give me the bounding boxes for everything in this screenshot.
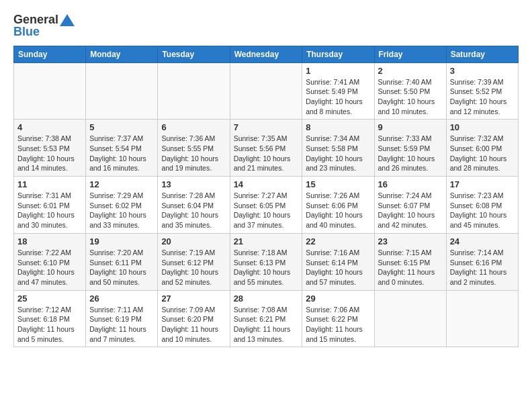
day-info: Sunrise: 7:20 AMSunset: 6:11 PMDaylight:… — [89, 248, 154, 287]
calendar-cell: 27Sunrise: 7:09 AMSunset: 6:20 PMDayligh… — [158, 290, 230, 347]
logo: General Blue — [13, 13, 75, 39]
calendar-cell — [86, 62, 158, 120]
weekday-header-monday: Monday — [86, 46, 158, 62]
calendar-week-2: 4Sunrise: 7:38 AMSunset: 5:53 PMDaylight… — [14, 120, 519, 177]
calendar-header: SundayMondayTuesdayWednesdayThursdayFrid… — [14, 46, 519, 62]
calendar-cell — [374, 290, 446, 347]
weekday-header-sunday: Sunday — [14, 46, 86, 62]
calendar-cell: 8Sunrise: 7:34 AMSunset: 5:58 PMDaylight… — [302, 120, 374, 177]
day-number: 8 — [306, 122, 370, 132]
weekday-header-tuesday: Tuesday — [158, 46, 230, 62]
day-info: Sunrise: 7:09 AMSunset: 6:20 PMDaylight:… — [161, 305, 226, 345]
day-number: 11 — [17, 179, 82, 189]
calendar-cell: 11Sunrise: 7:31 AMSunset: 6:01 PMDayligh… — [14, 177, 86, 234]
calendar-cell: 25Sunrise: 7:12 AMSunset: 6:18 PMDayligh… — [14, 290, 86, 347]
calendar-cell: 5Sunrise: 7:37 AMSunset: 5:54 PMDaylight… — [86, 120, 158, 177]
day-number: 25 — [17, 293, 82, 304]
calendar-cell: 22Sunrise: 7:16 AMSunset: 6:14 PMDayligh… — [302, 233, 374, 290]
weekday-header-wednesday: Wednesday — [230, 46, 302, 62]
day-info: Sunrise: 7:12 AMSunset: 6:18 PMDaylight:… — [17, 305, 82, 345]
day-info: Sunrise: 7:29 AMSunset: 6:02 PMDaylight:… — [89, 191, 154, 230]
calendar-cell: 12Sunrise: 7:29 AMSunset: 6:02 PMDayligh… — [86, 177, 158, 234]
day-info: Sunrise: 7:24 AMSunset: 6:07 PMDaylight:… — [378, 191, 443, 230]
day-info: Sunrise: 7:11 AMSunset: 6:19 PMDaylight:… — [89, 305, 154, 345]
day-number: 5 — [89, 122, 154, 132]
day-info: Sunrise: 7:27 AMSunset: 6:05 PMDaylight:… — [234, 191, 299, 230]
day-info: Sunrise: 7:40 AMSunset: 5:50 PMDaylight:… — [378, 77, 443, 117]
calendar-cell: 17Sunrise: 7:23 AMSunset: 6:08 PMDayligh… — [446, 177, 518, 234]
day-info: Sunrise: 7:14 AMSunset: 6:16 PMDaylight:… — [450, 248, 515, 287]
day-info: Sunrise: 7:28 AMSunset: 6:04 PMDaylight:… — [161, 191, 226, 230]
day-info: Sunrise: 7:22 AMSunset: 6:10 PMDaylight:… — [17, 248, 82, 287]
calendar-cell: 28Sunrise: 7:08 AMSunset: 6:21 PMDayligh… — [230, 290, 302, 347]
day-info: Sunrise: 7:38 AMSunset: 5:53 PMDaylight:… — [17, 134, 82, 173]
weekday-header-friday: Friday — [374, 46, 446, 62]
day-number: 6 — [161, 122, 226, 132]
day-number: 9 — [378, 122, 443, 132]
day-number: 23 — [378, 236, 443, 246]
day-info: Sunrise: 7:19 AMSunset: 6:12 PMDaylight:… — [161, 248, 226, 287]
day-number: 13 — [161, 179, 226, 189]
day-info: Sunrise: 7:16 AMSunset: 6:14 PMDaylight:… — [306, 248, 370, 287]
day-info: Sunrise: 7:35 AMSunset: 5:56 PMDaylight:… — [234, 134, 299, 173]
day-info: Sunrise: 7:31 AMSunset: 6:01 PMDaylight:… — [17, 191, 82, 230]
calendar-week-4: 18Sunrise: 7:22 AMSunset: 6:10 PMDayligh… — [14, 233, 519, 290]
calendar-week-5: 25Sunrise: 7:12 AMSunset: 6:18 PMDayligh… — [14, 290, 519, 347]
day-info: Sunrise: 7:33 AMSunset: 5:59 PMDaylight:… — [378, 134, 443, 173]
logo-blue: Blue — [13, 26, 40, 39]
day-info: Sunrise: 7:26 AMSunset: 6:06 PMDaylight:… — [306, 191, 370, 230]
day-info: Sunrise: 7:37 AMSunset: 5:54 PMDaylight:… — [89, 134, 154, 173]
day-number: 21 — [234, 236, 299, 246]
day-info: Sunrise: 7:06 AMSunset: 6:22 PMDaylight:… — [306, 305, 370, 345]
day-number: 18 — [17, 236, 82, 246]
calendar-cell: 29Sunrise: 7:06 AMSunset: 6:22 PMDayligh… — [302, 290, 374, 347]
calendar-cell: 3Sunrise: 7:39 AMSunset: 5:52 PMDaylight… — [446, 62, 518, 120]
day-info: Sunrise: 7:41 AMSunset: 5:49 PMDaylight:… — [306, 77, 370, 117]
calendar-cell — [230, 62, 302, 120]
calendar-cell: 24Sunrise: 7:14 AMSunset: 6:16 PMDayligh… — [446, 233, 518, 290]
calendar-cell: 10Sunrise: 7:32 AMSunset: 6:00 PMDayligh… — [446, 120, 518, 177]
calendar-cell: 21Sunrise: 7:18 AMSunset: 6:13 PMDayligh… — [230, 233, 302, 290]
day-number: 1 — [306, 66, 370, 76]
calendar-week-3: 11Sunrise: 7:31 AMSunset: 6:01 PMDayligh… — [14, 177, 519, 234]
day-number: 27 — [161, 293, 226, 304]
day-info: Sunrise: 7:08 AMSunset: 6:21 PMDaylight:… — [234, 305, 299, 345]
calendar-cell: 1Sunrise: 7:41 AMSunset: 5:49 PMDaylight… — [302, 62, 374, 120]
day-number: 16 — [378, 179, 443, 189]
calendar-table: SundayMondayTuesdayWednesdayThursdayFrid… — [13, 46, 519, 348]
day-info: Sunrise: 7:39 AMSunset: 5:52 PMDaylight:… — [450, 77, 515, 117]
calendar-cell: 13Sunrise: 7:28 AMSunset: 6:04 PMDayligh… — [158, 177, 230, 234]
day-number: 15 — [306, 179, 370, 189]
calendar-cell: 23Sunrise: 7:15 AMSunset: 6:15 PMDayligh… — [374, 233, 446, 290]
day-number: 10 — [450, 122, 515, 132]
page-header: General Blue — [13, 11, 519, 39]
day-number: 2 — [378, 66, 443, 76]
calendar-cell: 7Sunrise: 7:35 AMSunset: 5:56 PMDaylight… — [230, 120, 302, 177]
calendar-cell: 15Sunrise: 7:26 AMSunset: 6:06 PMDayligh… — [302, 177, 374, 234]
day-number: 20 — [161, 236, 226, 246]
weekday-header-row: SundayMondayTuesdayWednesdayThursdayFrid… — [14, 46, 519, 62]
day-number: 24 — [450, 236, 515, 246]
day-number: 22 — [306, 236, 370, 246]
calendar-cell — [446, 290, 518, 347]
day-number: 3 — [450, 66, 515, 76]
day-number: 28 — [234, 293, 299, 304]
calendar-cell: 16Sunrise: 7:24 AMSunset: 6:07 PMDayligh… — [374, 177, 446, 234]
day-number: 17 — [450, 179, 515, 189]
day-info: Sunrise: 7:32 AMSunset: 6:00 PMDaylight:… — [450, 134, 515, 173]
day-number: 7 — [234, 122, 299, 132]
logo-triangle-icon — [60, 14, 75, 26]
calendar-cell: 20Sunrise: 7:19 AMSunset: 6:12 PMDayligh… — [158, 233, 230, 290]
day-info: Sunrise: 7:36 AMSunset: 5:55 PMDaylight:… — [161, 134, 226, 173]
day-number: 26 — [89, 293, 154, 304]
calendar-cell: 18Sunrise: 7:22 AMSunset: 6:10 PMDayligh… — [14, 233, 86, 290]
calendar-cell: 14Sunrise: 7:27 AMSunset: 6:05 PMDayligh… — [230, 177, 302, 234]
calendar-cell: 19Sunrise: 7:20 AMSunset: 6:11 PMDayligh… — [86, 233, 158, 290]
calendar-week-1: 1Sunrise: 7:41 AMSunset: 5:49 PMDaylight… — [14, 62, 519, 120]
day-number: 14 — [234, 179, 299, 189]
day-number: 29 — [306, 293, 370, 304]
day-info: Sunrise: 7:34 AMSunset: 5:58 PMDaylight:… — [306, 134, 370, 173]
day-info: Sunrise: 7:18 AMSunset: 6:13 PMDaylight:… — [234, 248, 299, 287]
calendar-cell — [158, 62, 230, 120]
calendar-cell — [14, 62, 86, 120]
